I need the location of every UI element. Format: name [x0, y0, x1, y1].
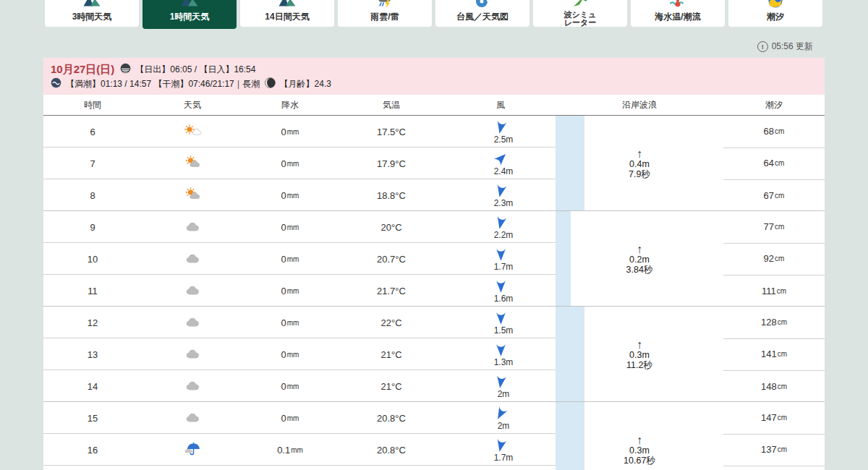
update-time: ! 05:56 更新	[757, 40, 813, 53]
precip-cell: 0mm	[243, 179, 337, 211]
moon-phase-icon	[265, 77, 276, 90]
wind-cell: 2.2m	[446, 211, 556, 243]
weather-cell	[142, 243, 243, 275]
mountain-weather-icon	[142, 0, 237, 9]
wave-cell	[556, 338, 723, 370]
precip-cell: 0mm	[243, 275, 337, 307]
weather-cell	[142, 338, 243, 370]
tab-1h-weather[interactable]: 1時間天気	[142, 0, 237, 29]
wind-cell	[446, 466, 556, 470]
wave-cell	[556, 434, 723, 466]
wind-direction-icon	[495, 278, 507, 296]
tide-cell: 77cm	[723, 211, 825, 244]
wave-cell	[556, 275, 723, 307]
wave-cell	[556, 466, 723, 470]
time-cell: 12	[43, 307, 142, 338]
tab-label: 雨雲/雷	[338, 12, 432, 22]
wave-cell	[556, 370, 723, 402]
precip-cell: 0mm	[243, 148, 337, 179]
temp-cell: 20.8°C	[337, 434, 446, 466]
typhoon-icon	[435, 0, 529, 9]
temp-cell: 17.5°C	[337, 116, 446, 148]
wind-speed: 1.5m	[488, 325, 514, 336]
table-row: 120mm22°C1.5m128cm	[43, 307, 825, 338]
column-header: 沿岸波浪	[556, 99, 723, 111]
column-header: 降水	[243, 99, 337, 111]
sea-temperature-icon	[631, 0, 725, 9]
cloudy-icon	[185, 380, 200, 393]
temp-cell: 21.7°C	[337, 275, 446, 307]
column-header: 気温	[337, 99, 446, 111]
time-cell: 14	[43, 370, 142, 402]
cloudy-icon	[185, 284, 200, 298]
weather-cell	[142, 402, 243, 434]
temp-cell	[337, 466, 446, 470]
tab-tide[interactable]: 潮汐	[728, 0, 822, 27]
tab-label: 1時間天気	[142, 12, 237, 22]
tab-label: 波シミュレーター	[533, 11, 627, 27]
cloudy-icon	[185, 221, 200, 234]
tab-sea-temp-current[interactable]: 海水温/潮流	[631, 0, 725, 27]
tab-3h-weather[interactable]: 3時間天気	[45, 0, 139, 27]
wind-direction-icon	[495, 310, 507, 328]
daylight-text: 【日出】06:05 / 【日入】16:54	[135, 64, 255, 76]
tide-cell: 141cm	[723, 338, 825, 371]
precip-cell: 0mm	[243, 116, 337, 148]
temp-cell: 20.7°C	[337, 243, 446, 275]
tab-typhoon-map[interactable]: 台風／天気図	[435, 0, 529, 27]
date-header-panel: 10月27日(日) 【日出】06:05 / 【日入】16:54 【満潮】01:1…	[43, 58, 825, 95]
wind-speed: 2.2m	[488, 230, 514, 240]
tide-cell: 92cm	[723, 243, 825, 275]
precip-cell: 0mm	[243, 243, 337, 275]
wind-cell: 2m	[446, 370, 556, 402]
wave-cell	[556, 307, 723, 338]
update-time-label: 05:56 更新	[772, 40, 813, 53]
mountain-weather-icon	[45, 0, 139, 9]
rain-lightning-icon	[338, 0, 432, 9]
table-row: 130mm21°C1.3m141cm	[43, 338, 825, 370]
table-row: 110mm21.7°C1.6m111cm	[43, 275, 825, 307]
wind-direction-icon	[495, 342, 507, 359]
tab-14d-weather[interactable]: 14日間天気	[240, 0, 334, 27]
tab-label: 海水温/潮流	[631, 12, 725, 22]
wind-cell: 2.3m	[446, 179, 556, 211]
table-row: 60mm17.5°C2.5m68cm	[43, 116, 825, 148]
temp-cell: 20.8°C	[337, 402, 446, 434]
wave-simulator-icon	[533, 0, 627, 9]
sun-behind-cloud-icon	[184, 187, 202, 203]
table-row: 80mm18.8°C2.3m67cm	[43, 179, 825, 211]
sun-behind-cloud-icon	[184, 155, 202, 171]
cloudy-icon	[185, 348, 200, 362]
wind-direction-icon	[495, 374, 507, 391]
tide-cell: 148cm	[723, 370, 825, 402]
tab-rain-radar[interactable]: 雨雲/雷	[338, 0, 432, 27]
tide-cell	[723, 466, 825, 470]
tide-cell: 67cm	[723, 179, 825, 211]
cloudy-icon	[185, 252, 200, 266]
precip-cell: 0mm	[243, 338, 337, 370]
wind-cell: 1.7m	[446, 243, 556, 275]
tab-label: 台風／天気図	[435, 12, 529, 22]
wind-speed: 1.7m	[488, 453, 514, 463]
time-cell: 13	[43, 338, 142, 370]
weather-cell	[142, 307, 243, 338]
table-row: 70mm17.9°C2.4m64cm	[43, 148, 825, 179]
tab-wave-simulator[interactable]: 波シミュレーター	[533, 0, 627, 27]
column-header: 風	[446, 99, 556, 111]
temp-cell: 18.8°C	[337, 179, 446, 211]
temp-cell: 20°C	[337, 211, 446, 243]
moon-age-text: 【月齢】24.3	[280, 78, 331, 90]
tab-label: 14日間天気	[240, 12, 334, 22]
temp-cell: 21°C	[337, 370, 446, 402]
tab-label: 潮汐	[728, 12, 822, 22]
table-row: 17	[43, 466, 825, 470]
tide-cell: 137cm	[723, 434, 825, 466]
wind-direction-icon	[495, 183, 507, 200]
date-title: 10月27日(日)	[51, 63, 114, 77]
column-header: 時間	[43, 99, 142, 111]
time-cell: 16	[43, 434, 142, 466]
rain-umbrella-icon	[184, 442, 202, 458]
table-row: 150mm20.8°C2m147cm	[43, 402, 825, 434]
table-body: 60mm17.5°C2.5m68cm70mm17.9°C2.4m64cm80mm…	[43, 116, 825, 470]
tide-cell: 111cm	[723, 275, 825, 307]
